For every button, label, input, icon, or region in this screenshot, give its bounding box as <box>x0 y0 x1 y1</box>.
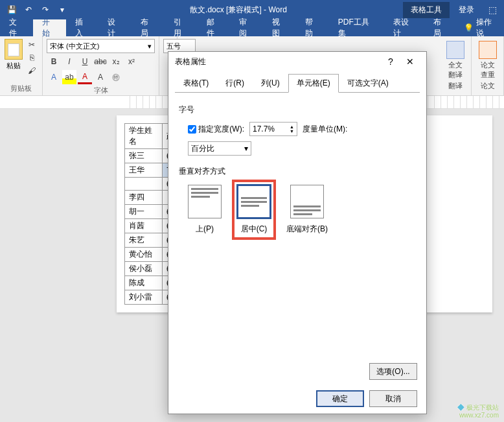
paste-button[interactable]: 粘贴 <box>4 39 23 84</box>
font-name-value: 宋体 (中文正文) <box>50 41 99 51</box>
width-spinner[interactable]: 17.7% ▲▼ <box>249 122 297 136</box>
tab-table-design[interactable]: 表设计 <box>384 19 424 36</box>
font-name-combo[interactable]: 宋体 (中文正文) ▾ <box>47 39 155 53</box>
paste-icon <box>5 39 23 60</box>
save-icon[interactable]: 💾 <box>4 2 19 18</box>
table-cell[interactable]: 王华 <box>125 163 163 178</box>
dialog-tabs: 表格(T) 行(R) 列(U) 单元格(E) 可选文字(A) <box>168 71 426 93</box>
table-tools-context: 表格工具 <box>403 2 450 18</box>
enclose-char-button[interactable]: ㊕ <box>109 70 123 84</box>
lightbulb-icon: 💡 <box>464 23 474 32</box>
spin-down-icon[interactable]: ▼ <box>290 129 294 134</box>
redo-icon[interactable]: ↷ <box>38 2 53 18</box>
clipboard-group: 粘贴 ✂ ⎘ 🖌 剪贴板 <box>0 36 43 95</box>
cut-icon[interactable]: ✂ <box>25 39 38 51</box>
cancel-button[interactable]: 取消 <box>369 390 417 407</box>
table-cell[interactable]: 刘小雷 <box>125 290 163 305</box>
tab-table-layout[interactable]: 布局 <box>424 19 457 36</box>
tab-file[interactable]: 文件 <box>0 19 33 36</box>
tab-review[interactable]: 审阅 <box>230 19 263 36</box>
ribbon-display-icon[interactable]: ⬚ <box>483 1 501 19</box>
valign-top-option[interactable]: 上(P) <box>188 185 222 235</box>
dialog-help-button[interactable]: ? <box>381 54 400 69</box>
full-translate-button[interactable]: 全文 翻译 翻译 <box>439 36 472 95</box>
font-color-button[interactable]: A <box>78 70 92 84</box>
paste-label: 粘贴 <box>6 61 21 71</box>
qat-customize-icon[interactable]: ▾ <box>54 2 70 18</box>
table-cell[interactable]: 李四 <box>125 191 163 205</box>
dialog-tab-alt[interactable]: 可选文字(A) <box>339 74 397 93</box>
watermark-line2: www.xz7.com <box>459 412 499 419</box>
font-group-label: 字体 <box>47 86 155 95</box>
measure-unit-dropdown[interactable]: 百分比 ▾ <box>188 141 251 156</box>
translate-icon <box>446 41 464 59</box>
watermark-logo-icon: ◆ <box>457 401 464 412</box>
dialog-tab-row[interactable]: 行(R) <box>217 74 253 93</box>
dialog-titlebar: 表格属性 ? ✕ <box>168 52 426 71</box>
italic-button[interactable]: I <box>62 54 76 69</box>
table-cell[interactable]: 胡一 <box>125 205 163 219</box>
table-cell[interactable] <box>125 178 163 191</box>
table-cell[interactable]: 张三 <box>125 149 163 163</box>
tab-design[interactable]: 设计 <box>98 19 132 36</box>
underline-button[interactable]: U <box>78 54 92 69</box>
tab-layout[interactable]: 布局 <box>132 19 165 36</box>
size-section-label: 字号 <box>179 104 416 115</box>
preferred-width-check-input[interactable] <box>188 125 196 134</box>
paper-label: 论文 查重 <box>481 60 495 80</box>
options-button[interactable]: 选项(O)... <box>369 363 417 380</box>
text-effects-button[interactable]: A <box>47 70 61 84</box>
tell-me-search[interactable]: 💡 操作说 <box>457 19 504 36</box>
measure-value: 百分比 <box>191 143 214 154</box>
tab-view[interactable]: 视图 <box>263 19 296 36</box>
tab-help[interactable]: 帮助 <box>296 19 329 36</box>
table-cell[interactable]: 侯小磊 <box>125 262 163 276</box>
undo-icon[interactable]: ↶ <box>21 2 36 18</box>
table-header-cell[interactable]: 学生姓名 <box>125 124 163 149</box>
superscript-button[interactable]: x² <box>124 54 139 69</box>
tab-insert[interactable]: 插入 <box>66 19 99 36</box>
paper-check-button[interactable]: 论文 查重 论文 <box>472 36 504 95</box>
sign-in-button[interactable]: 登录 <box>451 2 482 18</box>
spin-up-icon[interactable]: ▲ <box>290 124 294 129</box>
strikethrough-button[interactable]: abc <box>93 54 108 69</box>
preferred-width-label: 指定宽度(W): <box>198 124 244 134</box>
ok-button[interactable]: 确定 <box>316 390 364 407</box>
watermark-line1: 极光下载站 <box>466 404 499 411</box>
valign-bottom-icon <box>290 185 324 218</box>
font-group: 宋体 (中文正文) ▾ B I U abc x₂ x² A ab A A ㊕ 字… <box>43 36 159 95</box>
dialog-tab-column[interactable]: 列(U) <box>253 74 288 93</box>
valign-bottom-label: 底端对齐(B) <box>286 224 328 235</box>
ribbon-tab-strip: 文件 开始 插入 设计 布局 引用 邮件 审阅 视图 帮助 PDF工具集 表设计… <box>0 19 504 36</box>
document-title: 散文.docx [兼容模式] - Word <box>74 5 403 16</box>
tab-references[interactable]: 引用 <box>165 19 198 36</box>
subscript-button[interactable]: x₂ <box>109 54 123 69</box>
copy-icon[interactable]: ⎘ <box>25 52 38 64</box>
dialog-body: 字号 指定宽度(W): 17.7% ▲▼ 度量单位(M): 百分比 ▾ 垂直对齐… <box>168 93 426 363</box>
table-cell[interactable]: 朱艺 <box>125 233 163 248</box>
tab-mail[interactable]: 邮件 <box>198 19 231 36</box>
highlight-button[interactable]: ab <box>62 70 76 84</box>
width-value: 17.7% <box>253 124 275 134</box>
valign-bottom-option[interactable]: 底端对齐(B) <box>286 185 328 235</box>
bold-button[interactable]: B <box>47 54 61 69</box>
valign-top-icon <box>188 185 222 218</box>
dialog-footer: 确定 取消 <box>168 384 426 414</box>
chevron-down-icon: ▾ <box>148 42 152 51</box>
measure-unit-label: 度量单位(M): <box>303 124 347 135</box>
character-shading-button[interactable]: A <box>93 70 108 84</box>
chevron-down-icon: ▾ <box>244 144 248 153</box>
valign-center-option[interactable]: 居中(C) <box>237 185 271 235</box>
preferred-width-checkbox[interactable]: 指定宽度(W): <box>188 124 244 135</box>
tab-home[interactable]: 开始 <box>33 19 66 36</box>
dialog-tab-table[interactable]: 表格(T) <box>175 74 217 93</box>
paper-group-label: 论文 <box>481 81 495 91</box>
tab-pdf[interactable]: PDF工具集 <box>329 19 384 36</box>
table-properties-dialog: 表格属性 ? ✕ 表格(T) 行(R) 列(U) 单元格(E) 可选文字(A) … <box>168 51 427 414</box>
table-cell[interactable]: 肖茜 <box>125 219 163 233</box>
dialog-close-button[interactable]: ✕ <box>400 54 420 69</box>
table-cell[interactable]: 陈成 <box>125 276 163 290</box>
table-cell[interactable]: 黄心怡 <box>125 248 163 262</box>
format-painter-icon[interactable]: 🖌 <box>25 65 38 76</box>
dialog-tab-cell[interactable]: 单元格(E) <box>288 74 339 93</box>
